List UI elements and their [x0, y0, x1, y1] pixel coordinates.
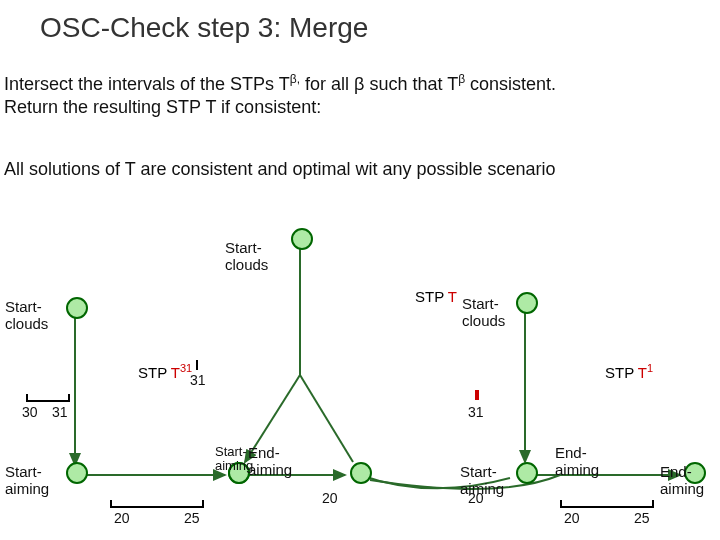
stp-t: T — [171, 364, 180, 381]
node-start-clouds — [66, 297, 88, 319]
label-end-aiming: End- aiming — [555, 445, 599, 478]
p1-line2: Return the resulting STP T if consistent… — [4, 97, 321, 117]
p1-e: consistent. — [465, 74, 556, 94]
label-start-clouds: Start- clouds — [225, 240, 268, 273]
interval-bracket — [110, 500, 204, 508]
label-end-aiming: End- aiming — [660, 464, 704, 497]
interval-bracket — [560, 500, 654, 508]
num-20: 20 — [114, 510, 130, 526]
page-title: OSC-Check step 3: Merge — [40, 12, 368, 44]
stp-t-exp: 1 — [647, 362, 653, 374]
num-20: 20 — [564, 510, 580, 526]
num-20: 20 — [468, 490, 484, 506]
intro-text: Intersect the intervals of the STPs Tβ, … — [4, 72, 716, 120]
label-start-aiming: Start- aiming — [5, 464, 49, 497]
stp-t: T — [638, 364, 647, 381]
label-start-clouds: Start- clouds — [462, 296, 505, 329]
p1-d: β — [458, 72, 465, 86]
node-end-aiming — [350, 462, 372, 484]
label-end-aiming: End- aiming — [248, 445, 292, 478]
p1-a: Intersect the intervals of the STPs T — [4, 74, 290, 94]
stp-word: STP — [415, 288, 448, 305]
result-text: All solutions of T are consistent and op… — [4, 158, 716, 181]
num-31: 31 — [52, 404, 68, 420]
interval-bracket — [26, 394, 70, 402]
node-start-clouds — [291, 228, 313, 250]
node-start-aiming — [66, 462, 88, 484]
num-31: 31 — [190, 372, 206, 388]
stp-t31-label: STP T31 — [138, 362, 192, 381]
tick-mark — [196, 360, 198, 370]
svg-line-4 — [300, 375, 353, 462]
node-start-clouds — [516, 292, 538, 314]
p1-b: β, — [290, 72, 300, 86]
num-31: 31 — [468, 404, 484, 420]
num-25: 25 — [184, 510, 200, 526]
label-start-clouds: Start- clouds — [5, 299, 48, 332]
num-30: 30 — [22, 404, 38, 420]
stp-word: STP — [138, 364, 171, 381]
num-20: 20 — [322, 490, 338, 506]
tick-mark — [475, 390, 479, 400]
stp-word: STP — [605, 364, 638, 381]
node-start-aiming — [516, 462, 538, 484]
label-start-aiming: Start- aiming — [215, 445, 253, 474]
num-25: 25 — [634, 510, 650, 526]
stp-t: T — [448, 288, 457, 305]
stp-t-label: STP T — [415, 288, 457, 305]
stp-t1-label: STP T1 — [605, 362, 653, 381]
p1-c: for all β such that T — [300, 74, 458, 94]
